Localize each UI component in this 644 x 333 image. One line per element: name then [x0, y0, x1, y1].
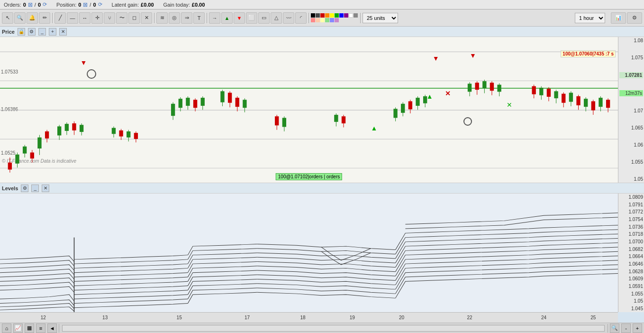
svg-rect-33: [134, 133, 138, 139]
x-label-15: 15: [177, 315, 182, 320]
hline-tool[interactable]: —: [67, 12, 78, 24]
pitchfork-tool[interactable]: ⑂: [104, 12, 115, 24]
color-light-green[interactable]: [325, 18, 329, 22]
price-1.08: 1.08: [619, 38, 643, 43]
x-label-25: 25: [590, 315, 596, 320]
position-value: 0: [78, 2, 81, 8]
chart-type-btn[interactable]: 📊: [611, 12, 626, 24]
rect-tool[interactable]: ⬜: [246, 12, 257, 24]
color-yellow[interactable]: [330, 13, 334, 18]
color-red[interactable]: [320, 13, 325, 18]
svg-rect-81: [532, 86, 535, 94]
svg-rect-35: [171, 104, 175, 116]
levels-settings-btn[interactable]: ⚙: [21, 185, 28, 192]
color-gray[interactable]: [354, 13, 358, 18]
svg-rect-61: [393, 109, 397, 118]
chart-expand-btn[interactable]: +: [49, 28, 56, 36]
units-select[interactable]: 25 units 1 unit 10 units 50 units 100 un…: [363, 13, 398, 23]
status-list-btn[interactable]: ≡: [36, 324, 45, 333]
ray-tool[interactable]: ⇒: [181, 12, 192, 24]
timeframe-select[interactable]: 1 hour 1 min 5 min 15 min 30 min 4 hour …: [575, 13, 605, 23]
levels-canvas: [0, 194, 618, 312]
pen-tool[interactable]: ✏: [39, 12, 50, 24]
chart-settings-btn[interactable]: ⚙: [28, 28, 36, 36]
svg-rect-101: [606, 100, 610, 108]
triangle-tool[interactable]: △: [271, 12, 282, 24]
rect2-tool[interactable]: ▭: [258, 12, 270, 24]
status-scrollbar[interactable]: [62, 325, 605, 332]
status-table-btn[interactable]: ▦: [25, 324, 34, 333]
color-pink[interactable]: [311, 18, 315, 22]
position-refresh-icon[interactable]: ⟳: [98, 1, 102, 8]
price-axis: 1.08 1.075 1.07281 12m37s 1.07 1.065 1.0…: [618, 37, 644, 183]
lp-16: 1.045: [619, 306, 643, 311]
status-zoom-plus-btn[interactable]: +: [633, 324, 642, 333]
cursor-tool[interactable]: ↖: [2, 12, 13, 24]
line-tool[interactable]: ╱: [54, 12, 66, 24]
up-arrow-tool[interactable]: ▲: [221, 12, 233, 24]
color-dark[interactable]: [316, 13, 320, 18]
svg-rect-65: [408, 102, 412, 110]
color-light-orange[interactable]: [316, 18, 320, 22]
lp-5: 1.0736: [619, 224, 643, 230]
color-light-yellow[interactable]: [320, 18, 325, 22]
orders-icon: ⊠: [28, 1, 33, 8]
svg-rect-13: [30, 152, 34, 158]
x-label-24: 24: [541, 315, 546, 320]
svg-rect-67: [416, 98, 419, 106]
right-arrow-tool[interactable]: →: [209, 12, 220, 24]
position-slash: /: [90, 2, 91, 8]
wave-tool[interactable]: 〰: [283, 12, 294, 24]
order-label[interactable]: 100@1.07102|orders | orders: [276, 173, 342, 180]
chart-close-btn[interactable]: ✕: [59, 28, 67, 36]
x-label-12: 12: [41, 315, 46, 320]
levels-close-btn[interactable]: ✕: [42, 185, 49, 192]
status-home-btn[interactable]: ⌂: [2, 324, 11, 333]
status-zoom-minus-btn[interactable]: -: [621, 324, 631, 333]
svg-rect-41: [193, 100, 197, 108]
color-orange[interactable]: [325, 13, 329, 18]
lp-1: 1.0809: [619, 194, 643, 200]
color-green[interactable]: [335, 13, 339, 18]
status-chart-btn[interactable]: 📈: [13, 324, 23, 333]
status-arrow-btn[interactable]: ◄: [47, 324, 57, 333]
orders-label: Orders:: [4, 2, 21, 8]
color-blue[interactable]: [339, 13, 344, 18]
fib-tool[interactable]: ≋: [156, 12, 168, 24]
color-purple[interactable]: [344, 13, 348, 18]
text-tool[interactable]: T: [193, 12, 205, 24]
position-info: Position: 0 ⊠ / 0 ⟳: [56, 1, 102, 8]
arrow-tool[interactable]: ↔: [79, 12, 91, 24]
svg-rect-53: [275, 116, 279, 125]
levels-minimize-btn[interactable]: _: [31, 185, 39, 192]
orders-info: Orders: 0 ⊠ / 0 ⟳: [4, 1, 47, 8]
latent-gain-value: £0.00: [141, 2, 154, 8]
zoom-tool[interactable]: 🔍: [14, 12, 26, 24]
color-black[interactable]: [311, 13, 315, 18]
price-1.075: 1.075: [619, 55, 643, 60]
brush-tool[interactable]: 〜: [116, 12, 127, 24]
svg-rect-63: [401, 104, 405, 113]
chart-title: Price: [2, 29, 15, 35]
delete-tool[interactable]: ✕: [141, 12, 152, 24]
svg-rect-19: [57, 126, 61, 135]
orders-refresh-icon[interactable]: ⟳: [43, 1, 47, 8]
latent-gain-info: Latent gain: £0.00: [112, 2, 154, 8]
separator-3: [207, 13, 207, 23]
status-zoom-out-btn[interactable]: 🔍: [610, 324, 619, 333]
cross-tool[interactable]: ✛: [91, 12, 103, 24]
price-1.07: 1.07: [619, 108, 643, 113]
chart-minimize-btn[interactable]: _: [38, 28, 46, 36]
color-light-blue[interactable]: [330, 18, 334, 22]
status-bar: ⌂ 📈 ▦ ≡ ◄ 🔍 - +: [0, 323, 644, 333]
magnet-tool[interactable]: ◎: [169, 12, 180, 24]
color-palette: [311, 13, 358, 22]
eraser-tool[interactable]: ◻: [128, 12, 140, 24]
arc-tool[interactable]: ◜: [295, 12, 307, 24]
color-lavender[interactable]: [335, 18, 339, 22]
down-arrow-tool[interactable]: ▼: [234, 12, 245, 24]
chart-lock-btn[interactable]: 🔒: [18, 28, 25, 36]
settings-btn[interactable]: ⚙: [627, 12, 642, 24]
alert-tool[interactable]: 🔔: [27, 12, 38, 24]
color-white[interactable]: [349, 13, 353, 18]
